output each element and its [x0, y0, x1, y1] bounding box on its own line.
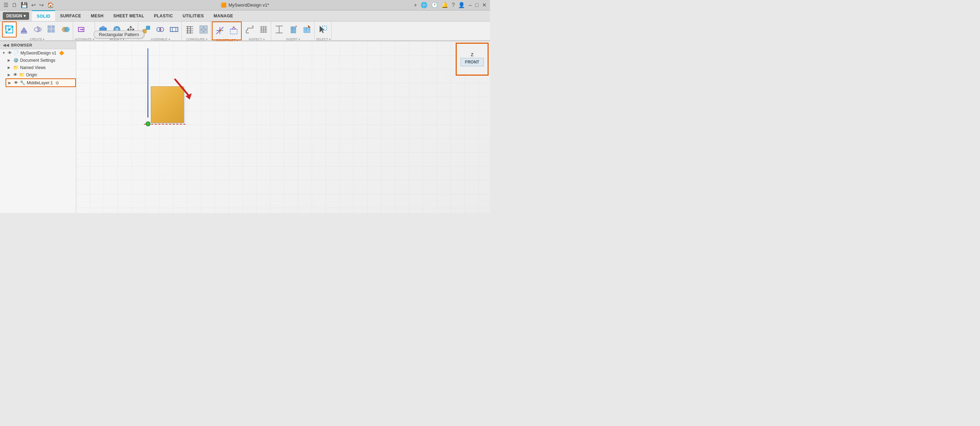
tab-manage[interactable]: MANAGE — [209, 10, 238, 21]
rectangular-pattern-tooltip: Rectangular Pattern — [94, 30, 144, 38]
new-file-icon[interactable]: 🗋 — [11, 2, 18, 9]
automate-button[interactable] — [75, 21, 88, 37]
toolbar-group-construct: CONSTRUCT ▾ — [212, 21, 242, 40]
home-icon[interactable]: 🏠 — [46, 1, 55, 9]
save-icon[interactable]: 💾 — [20, 1, 29, 9]
revolve-icon — [33, 25, 43, 34]
tab-surface[interactable]: SURFACE — [55, 10, 86, 21]
combine-button[interactable] — [59, 21, 72, 37]
insert1-button[interactable] — [272, 21, 286, 37]
svg-marker-83 — [320, 26, 325, 33]
design-button[interactable]: DESIGN ▾ — [3, 12, 29, 20]
bell-icon[interactable]: 🔔 — [441, 1, 449, 9]
browser-header: ◀◀ BROWSER — [0, 41, 76, 49]
title-bar: ☰ 🗋 💾 ↩ ↪ 🏠 🟧 MySwordDesign v1* + 🌐 🕐 🔔 … — [0, 0, 490, 10]
inspect-dropdown-arrow: ▾ — [263, 38, 265, 41]
tree-icon-named-views: 📁 — [13, 65, 19, 70]
automate-dropdown-arrow: ▾ — [92, 38, 94, 41]
tab-plastic[interactable]: PLASTIC — [149, 10, 178, 21]
root-badge: 🔶 — [59, 51, 64, 56]
user-icon[interactable]: 👤 — [457, 1, 466, 9]
origin-point — [146, 121, 151, 126]
svg-marker-78 — [296, 26, 297, 27]
view-cube-front-label[interactable]: FRONT — [461, 58, 484, 66]
assemble-dropdown-arrow: ▾ — [169, 38, 170, 41]
svg-marker-17 — [82, 29, 84, 30]
insert3-button[interactable] — [300, 21, 313, 37]
pattern-button[interactable] — [45, 21, 58, 37]
minimize-button[interactable]: – — [468, 1, 473, 9]
tab-mesh[interactable]: MESH — [86, 10, 108, 21]
insert-items — [272, 21, 313, 37]
tree-icon-root: 👁 — [8, 50, 12, 56]
redo-icon[interactable]: ↪ — [38, 1, 45, 9]
construct2-button[interactable] — [227, 22, 240, 38]
viewport: Z FRONT — [76, 41, 490, 213]
tree-icon-doc-settings: ⚙️ — [13, 57, 19, 63]
assemble2-button[interactable] — [154, 21, 167, 37]
svg-rect-12 — [52, 29, 54, 32]
insert2-icon — [288, 25, 298, 34]
assemble-items — [140, 21, 181, 37]
inspect1-button[interactable] — [243, 21, 256, 37]
tree-item-doc-settings[interactable]: ▶ ⚙️ Document Settings — [6, 57, 76, 64]
undo-icon[interactable]: ↩ — [30, 1, 37, 9]
sketch-icon: + — [5, 25, 14, 34]
tree-item-root[interactable]: ▼ 👁 📄 MySwordDesign v1 🔶 — [0, 49, 76, 57]
automate-icon — [76, 25, 86, 34]
svg-line-85 — [175, 80, 188, 95]
configure1-icon — [185, 25, 194, 34]
svg-rect-33 — [170, 27, 178, 32]
inspect1-icon — [245, 25, 255, 34]
tree-doc-icon: 📄 — [14, 50, 19, 56]
svg-rect-6 — [21, 32, 27, 33]
toolbar-group-assemble: ASSEMBLE ▾ — [139, 21, 182, 40]
svg-line-29 — [145, 28, 146, 29]
tree-arrow-origin: ▶ — [8, 73, 12, 77]
extrude-button[interactable] — [18, 21, 30, 37]
configure2-button[interactable] — [197, 21, 210, 37]
create-dropdown-arrow: ▾ — [43, 38, 45, 41]
svg-marker-5 — [21, 27, 27, 32]
inspect2-button[interactable] — [257, 21, 270, 37]
assemble2-icon — [155, 25, 165, 34]
sketch-button[interactable]: + — [2, 21, 17, 37]
assemble3-button[interactable] — [167, 21, 181, 37]
construct1-button[interactable] — [213, 22, 226, 38]
file-icon-group: ☰ 🗋 💾 ↩ ↪ 🏠 — [3, 1, 55, 9]
globe-icon[interactable]: 🌐 — [420, 1, 428, 9]
insert2-button[interactable] — [286, 21, 300, 37]
browser-collapse-button[interactable]: ◀◀ — [2, 43, 10, 48]
tab-utilities[interactable]: UTILITIES — [178, 10, 209, 21]
construct2-icon — [229, 26, 239, 35]
title-icon: 🟧 — [221, 2, 226, 8]
tree-item-origin[interactable]: ▶ 👁 📁 Origin — [6, 71, 76, 78]
tree-arrow-root: ▼ — [2, 51, 6, 55]
tree-label-origin: Origin — [26, 72, 37, 77]
view-cube[interactable]: Z FRONT — [456, 43, 488, 76]
svg-rect-10 — [52, 26, 54, 29]
new-tab-button[interactable]: + — [413, 1, 417, 9]
design-button-arrow: ▾ — [24, 14, 25, 18]
tree-item-named-views[interactable]: ▶ 📁 Named Views — [6, 64, 76, 71]
select-items — [316, 21, 331, 37]
close-button[interactable]: ✕ — [481, 1, 487, 9]
tab-sheet-metal[interactable]: SHEET METAL — [108, 10, 149, 21]
select-button[interactable] — [316, 21, 329, 37]
clock-icon[interactable]: 🕐 — [430, 1, 439, 9]
toolbar-group-configure: CONFIGURE ▾ — [182, 21, 211, 40]
tab-row: DESIGN ▾ SOLID SURFACE MESH SHEET METAL … — [0, 10, 490, 21]
help-icon[interactable]: ? — [451, 1, 456, 9]
tab-solid[interactable]: SOLID — [32, 10, 55, 21]
tree-label-doc-settings: Document Settings — [20, 58, 55, 63]
main-layout: ◀◀ BROWSER ▼ 👁 📄 MySwordDesign v1 🔶 ▶ ⚙️… — [0, 41, 490, 213]
inspect-items — [243, 21, 270, 37]
menu-icon[interactable]: ☰ — [3, 1, 9, 9]
maximize-button[interactable]: □ — [474, 1, 479, 9]
tree-item-middle-layer[interactable]: ▶ 👁 🔧 MiddleLayer:1 ⊙ — [6, 78, 76, 87]
view-cube-z-label: Z — [471, 52, 474, 57]
construct-items — [213, 22, 240, 38]
configure1-button[interactable] — [183, 21, 196, 37]
configure-items — [183, 21, 210, 37]
revolve-button[interactable] — [31, 21, 45, 37]
